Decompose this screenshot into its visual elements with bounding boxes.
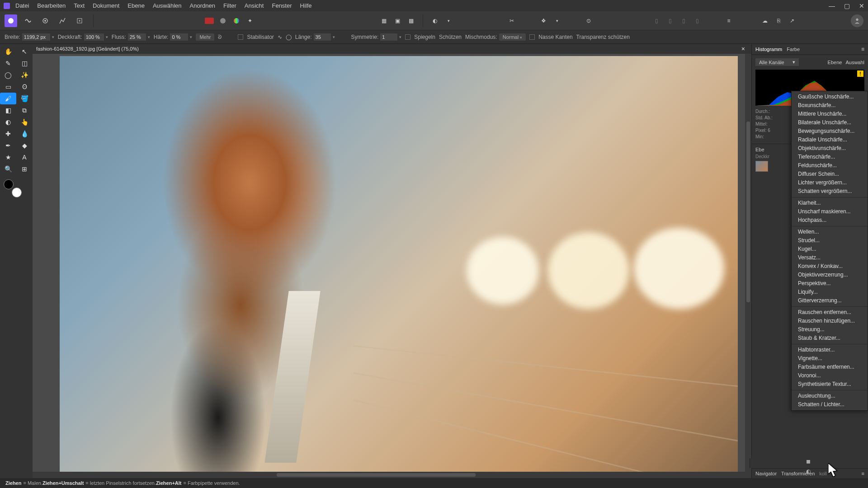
- filter-menu-item[interactable]: Streuung...: [792, 325, 868, 334]
- menu-hilfe[interactable]: Hilfe: [300, 2, 312, 9]
- filter-menu-item[interactable]: Perspektive...: [792, 279, 868, 288]
- auto-levels-icon[interactable]: ✦: [245, 16, 255, 25]
- filter-menu-item[interactable]: Schatten vergrößern...: [792, 187, 868, 196]
- menu-filter[interactable]: Filter: [223, 2, 236, 9]
- menu-anordnen[interactable]: Anordnen: [190, 2, 215, 9]
- filter-menu-item[interactable]: Staub & Kratzer...: [792, 334, 868, 343]
- filter-menu-item[interactable]: Strudel...: [792, 236, 868, 245]
- filter-menu-item[interactable]: Synthetisierte Textur...: [792, 380, 868, 389]
- zoom-tool[interactable]: 🔍: [0, 163, 16, 175]
- menu-ebene[interactable]: Ebene: [127, 2, 145, 9]
- menu-dokument[interactable]: Dokument: [93, 2, 119, 9]
- healing-tool[interactable]: ✚: [0, 128, 16, 140]
- filter-menu-item[interactable]: Ausleuchtung...: [792, 392, 868, 400]
- filter-menu-item[interactable]: Voronoi...: [792, 371, 868, 380]
- marquee-tool[interactable]: ▭: [0, 81, 16, 93]
- freehand-select-tool[interactable]: ʘ: [16, 81, 33, 93]
- fill-tool[interactable]: 🪣: [16, 93, 33, 104]
- swatch-grey-icon[interactable]: [218, 16, 227, 25]
- color-picker-tool[interactable]: ✎: [0, 57, 16, 69]
- export-persona-button[interactable]: [73, 14, 86, 27]
- tab-transform[interactable]: Transformieren: [781, 471, 815, 476]
- erase-tool[interactable]: ◧: [0, 104, 16, 116]
- length-input[interactable]: [314, 33, 331, 41]
- filter-menu-item[interactable]: Liquify...: [792, 288, 868, 296]
- more-button[interactable]: Mehr: [196, 33, 214, 41]
- filter-menu-item[interactable]: Hochpass...: [792, 216, 868, 225]
- chevron-down-icon[interactable]: ▾: [444, 16, 453, 25]
- align-justify-icon[interactable]: ▯: [693, 16, 702, 25]
- filter-menu-item[interactable]: Gitterverzerrung...: [792, 296, 868, 305]
- blendmode-select[interactable]: Normal ▾: [499, 33, 526, 41]
- pen-tool[interactable]: ✒: [0, 140, 16, 151]
- filter-menu-item[interactable]: Boxunschärfe...: [792, 101, 868, 110]
- filter-menu-item[interactable]: Objektivunschärfe...: [792, 144, 868, 153]
- stock-icon[interactable]: ⎘: [774, 16, 783, 25]
- quick-mask-icon[interactable]: ◐: [430, 16, 439, 25]
- assistant-icon[interactable]: ⊙: [584, 16, 593, 25]
- maximize-icon[interactable]: ▢: [844, 2, 850, 9]
- filter-menu-item[interactable]: Halbtonraster...: [792, 346, 868, 354]
- shape-tool[interactable]: ★: [0, 151, 16, 163]
- panel-menu-icon[interactable]: ≡: [861, 46, 864, 52]
- histogram-scope-layer[interactable]: Ebene: [828, 60, 842, 65]
- scrollbar-horizontal[interactable]: [33, 472, 751, 478]
- channel-select[interactable]: Alle Kanäle▾: [755, 58, 799, 66]
- filter-menu-item[interactable]: Kugel...: [792, 245, 868, 253]
- clipping-warning-icon[interactable]: !: [857, 70, 863, 77]
- flood-select-tool[interactable]: ✨: [16, 69, 33, 81]
- symmetry-input[interactable]: [380, 33, 397, 41]
- chevron-down-icon[interactable]: ▾: [552, 16, 561, 25]
- wet-edges-checkbox[interactable]: [529, 34, 535, 40]
- snapping-icon[interactable]: ❖: [539, 16, 548, 25]
- liquify-persona-button[interactable]: [22, 14, 34, 27]
- pressure-icon[interactable]: ᘐ: [218, 34, 222, 40]
- menu-text[interactable]: Text: [74, 2, 85, 9]
- filter-menu-item[interactable]: Objektivverzerrung...: [792, 271, 868, 279]
- menu-auswaehlen[interactable]: Auswählen: [153, 2, 182, 9]
- menu-ansicht[interactable]: Ansicht: [245, 2, 264, 9]
- move-tool[interactable]: ↖: [16, 46, 33, 57]
- filter-menu-item[interactable]: Bilaterale Unschärfe...: [792, 118, 868, 127]
- foreground-color[interactable]: [4, 179, 14, 189]
- align-center-icon[interactable]: ▯: [665, 16, 675, 25]
- tone-mapping-persona-button[interactable]: [56, 14, 69, 27]
- layer-thumbnail[interactable]: [755, 161, 768, 172]
- histogram-scope-selection[interactable]: Auswahl: [845, 60, 864, 65]
- align-right-icon[interactable]: ▯: [679, 16, 688, 25]
- close-icon[interactable]: ✕: [859, 2, 864, 9]
- develop-persona-button[interactable]: [39, 14, 52, 27]
- color-selector[interactable]: [4, 179, 22, 197]
- close-tab-icon[interactable]: ×: [741, 45, 745, 52]
- document-tab[interactable]: fashion-6146328_1920.jpg [Geändert] (75,…: [33, 44, 751, 54]
- canvas[interactable]: [33, 54, 751, 478]
- node-tool[interactable]: ◆: [16, 140, 33, 151]
- selection-show-icon[interactable]: ▣: [393, 16, 402, 25]
- tab-color[interactable]: Farbe: [787, 47, 800, 52]
- stabilizer-checkbox[interactable]: [238, 34, 243, 40]
- mask-layer-icon[interactable]: ◼: [806, 458, 811, 465]
- crop-icon[interactable]: ✂: [507, 16, 516, 25]
- filter-menu-item[interactable]: Bewegungsunschärfe...: [792, 127, 868, 136]
- width-input[interactable]: [22, 33, 50, 41]
- menu-bearbeiten[interactable]: Bearbeiten: [37, 2, 66, 9]
- swatch-rainbow-icon[interactable]: [232, 16, 241, 25]
- account-avatar[interactable]: [851, 14, 863, 27]
- filter-menu-item[interactable]: Schatten / Lichter...: [792, 400, 868, 409]
- filter-menu-item[interactable]: Mittlere Unschärfe...: [792, 110, 868, 118]
- menu-fenster[interactable]: Fenster: [272, 2, 292, 9]
- selection-hide-icon[interactable]: ▦: [379, 16, 388, 25]
- crop-tool[interactable]: ◫: [16, 57, 33, 69]
- filter-menu-item[interactable]: Diffuser Schein...: [792, 170, 868, 178]
- clone-tool[interactable]: ⧉: [16, 104, 33, 116]
- panel-menu-icon[interactable]: ≡: [862, 471, 864, 476]
- selection-brush-tool[interactable]: ◯: [0, 69, 16, 81]
- paint-brush-tool[interactable]: 🖌: [0, 93, 16, 104]
- swatch-red[interactable]: [205, 16, 214, 25]
- smudge-tool[interactable]: 👆: [16, 116, 33, 128]
- filter-menu-item[interactable]: Vignette...: [792, 354, 868, 363]
- share-icon[interactable]: ↗: [788, 16, 797, 25]
- view-tool[interactable]: ✋: [0, 46, 16, 57]
- filter-menu-item[interactable]: Wellen...: [792, 228, 868, 236]
- tab-navigator[interactable]: Navigator: [755, 471, 777, 476]
